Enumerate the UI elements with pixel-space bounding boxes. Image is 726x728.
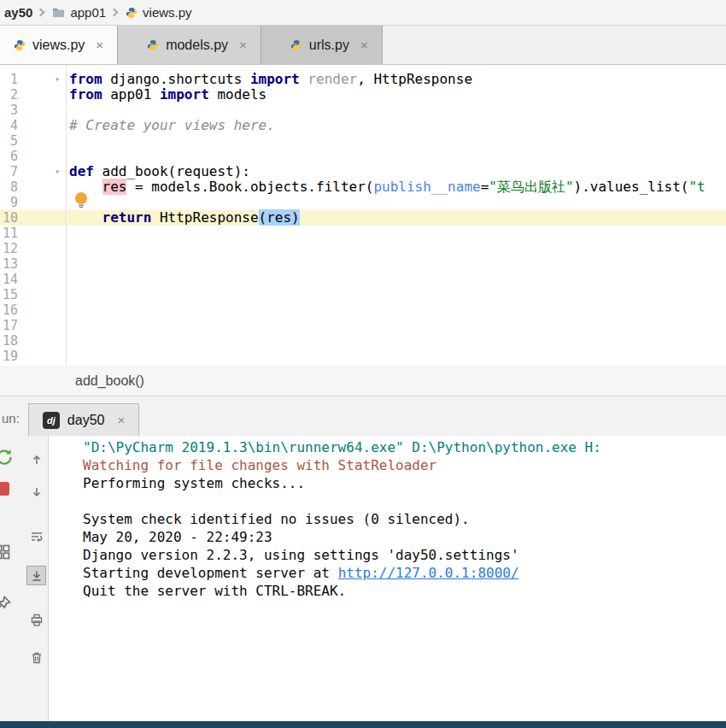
code-line[interactable]: from app01 import models — [67, 87, 726, 103]
code-token: app01 — [102, 86, 160, 103]
line-number[interactable]: 12 — [0, 241, 66, 256]
breadcrumb-file[interactable]: views.py — [123, 5, 195, 20]
code-line[interactable]: return HttpResponse(res) — [67, 210, 726, 226]
console-line — [83, 492, 726, 510]
code-line[interactable] — [67, 318, 726, 333]
run-tool-window-header: un: dj day50 × — [0, 396, 726, 436]
code-token: publish__name — [373, 179, 480, 195]
line-number[interactable]: 5 — [0, 133, 66, 149]
line-number[interactable]: 9 — [0, 195, 66, 210]
line-number[interactable]: 4 — [0, 118, 66, 133]
code-line[interactable]: from django.shortcuts import render, Htt… — [67, 72, 726, 87]
soft-wrap-icon[interactable] — [26, 526, 46, 546]
code-line[interactable]: def add_book(request): — [67, 164, 726, 179]
run-tab-label: day50 — [67, 413, 105, 428]
line-number[interactable]: 17 — [0, 318, 66, 333]
run-label: un: — [2, 411, 20, 426]
code-token: def — [69, 163, 102, 179]
line-number[interactable]: 14 — [0, 272, 66, 287]
code-line[interactable] — [67, 226, 726, 241]
console-text: Quit the server with CTRL-BREAK. — [83, 583, 346, 599]
print-icon[interactable] — [26, 610, 46, 630]
scroll-up-icon[interactable] — [26, 449, 46, 469]
code-line[interactable] — [67, 256, 726, 272]
console-toolbar — [24, 436, 49, 721]
console-line: Django version 2.2.3, using settings 'da… — [83, 546, 726, 564]
editor-code-area[interactable]: from django.shortcuts import render, Htt… — [67, 65, 726, 366]
line-number[interactable]: 13 — [0, 256, 66, 272]
line-number[interactable]: 10 — [0, 210, 66, 226]
code-editor[interactable]: 12345678910111213141516171819▾▾ from dja… — [0, 65, 726, 366]
bottom-status-strip — [0, 721, 726, 728]
breadcrumb-function[interactable]: add_book() — [75, 373, 144, 389]
chevron-right-icon — [110, 9, 119, 17]
line-number[interactable]: 2 — [0, 87, 66, 103]
code-token: # Create your views here. — [69, 117, 275, 133]
code-token: res — [102, 179, 127, 195]
python-icon — [14, 39, 26, 51]
django-icon: dj — [43, 412, 60, 429]
console-text: Performing system checks... — [83, 475, 305, 491]
code-token — [300, 71, 308, 87]
close-icon[interactable]: × — [239, 38, 247, 52]
tab-urls-py[interactable]: urls.py × — [261, 26, 383, 64]
code-token: , HttpResponse — [357, 71, 472, 87]
editor-tab-bar: views.py × models.py × urls.py × — [0, 26, 726, 65]
code-token: render — [307, 71, 357, 87]
breadcrumb: ay50 app01 views.py — [0, 0, 726, 26]
python-icon — [290, 39, 302, 51]
console-line: Watching for file changes with StatReloa… — [83, 456, 726, 474]
line-number[interactable]: 3 — [0, 103, 66, 118]
line-number[interactable]: 18 — [0, 333, 66, 349]
run-tab-day50[interactable]: dj day50 × — [28, 403, 139, 436]
layout-icon[interactable] — [0, 543, 11, 561]
code-token: (res) — [259, 209, 300, 226]
code-line[interactable] — [67, 103, 726, 118]
code-line[interactable]: # Create your views here. — [67, 118, 726, 133]
code-line[interactable] — [67, 349, 726, 364]
code-token: HttpResponse — [151, 209, 258, 226]
scroll-down-icon[interactable] — [26, 482, 46, 502]
breadcrumb-project[interactable]: ay50 — [2, 5, 35, 20]
code-line[interactable] — [67, 272, 726, 287]
line-number[interactable]: 16 — [0, 302, 66, 318]
line-number[interactable]: 15 — [0, 287, 66, 302]
code-line[interactable] — [67, 333, 726, 349]
console-text: Django version 2.2.3, using settings 'da… — [83, 547, 519, 563]
code-token: models — [209, 86, 266, 103]
code-line[interactable]: res = models.Book.objects.filter(publish… — [67, 179, 726, 195]
line-number[interactable]: 6 — [0, 149, 66, 164]
code-line[interactable] — [67, 133, 726, 149]
clear-console-icon[interactable] — [26, 648, 46, 667]
tab-label: urls.py — [309, 38, 349, 53]
fold-marker-icon[interactable]: ▾ — [55, 75, 60, 84]
fold-marker-icon[interactable]: ▾ — [55, 167, 60, 176]
python-icon — [126, 7, 138, 19]
line-number[interactable]: 11 — [0, 226, 66, 241]
breadcrumb-folder[interactable]: app01 — [50, 5, 108, 20]
tab-models-py[interactable]: models.py × — [118, 26, 261, 64]
line-number[interactable]: 8 — [0, 179, 66, 195]
code-line[interactable] — [67, 241, 726, 256]
close-icon[interactable]: × — [96, 38, 103, 52]
code-line[interactable] — [67, 149, 726, 164]
code-line[interactable] — [67, 287, 726, 302]
pin-icon[interactable] — [0, 595, 12, 612]
run-console: "D:\PyCharm 2019.1.3\bin\runnerw64.exe" … — [0, 436, 726, 721]
stop-icon[interactable] — [0, 482, 9, 496]
close-icon[interactable]: × — [117, 413, 125, 427]
scroll-to-end-icon[interactable] — [26, 566, 46, 585]
server-url-link[interactable]: http://127.0.0.1:8000/ — [338, 565, 519, 581]
line-number[interactable]: 19 — [0, 349, 66, 364]
rerun-icon[interactable] — [0, 448, 14, 467]
lightbulb-intention-icon[interactable] — [73, 191, 89, 208]
code-token: add_book(request): — [102, 163, 250, 179]
run-toolbar-left — [0, 436, 24, 721]
tab-label: views.py — [32, 38, 85, 53]
code-line[interactable] — [67, 195, 726, 210]
code-token: django.shortcuts — [102, 71, 250, 87]
code-token: = models.Book.objects.filter( — [126, 179, 373, 195]
code-line[interactable] — [67, 302, 726, 318]
tab-views-py[interactable]: views.py × — [0, 26, 118, 64]
close-icon[interactable]: × — [360, 38, 368, 52]
